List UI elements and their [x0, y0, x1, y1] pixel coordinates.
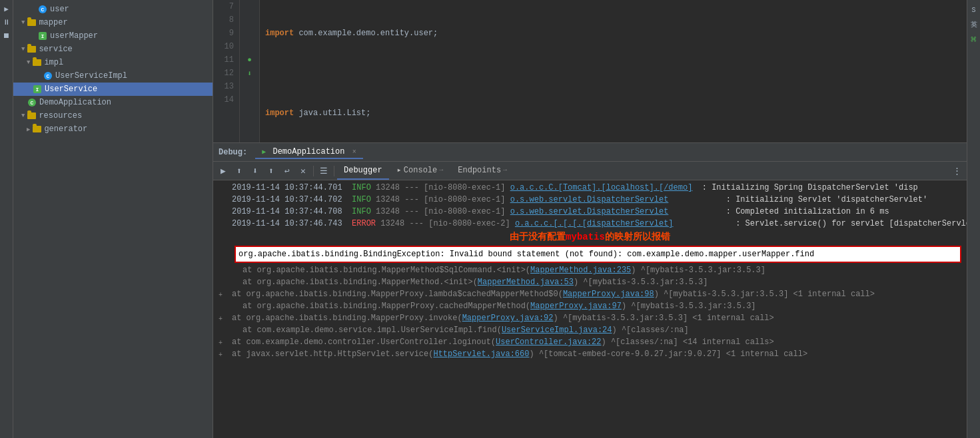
- tree-item-demoapplication[interactable]: C DemoApplication: [13, 96, 213, 109]
- step-over-up-btn[interactable]: ⬆: [232, 164, 246, 178]
- left-vertical-toolbar: ▶ ⏸ ⏹: [0, 0, 13, 438]
- folder-icon-generator: [31, 124, 42, 134]
- stack-line-6: at com.example.demo.service.impl.UserSer…: [213, 324, 967, 336]
- stack-link-8[interactable]: HttpServlet.java:660: [433, 348, 529, 360]
- tree-item-userservice[interactable]: I UserService: [13, 83, 213, 96]
- step-over-down-btn[interactable]: ⬇: [248, 164, 262, 178]
- left-tb-btn-2[interactable]: ⏸: [1, 16, 13, 28]
- code-line-9: import java.util.List;: [265, 107, 961, 120]
- gutter-area: ● ⬇: [240, 0, 260, 142]
- arrow-generator: ▶: [27, 126, 30, 133]
- tree-item-service[interactable]: ▼ service: [13, 43, 213, 56]
- toolbar-sep-1: [313, 166, 314, 176]
- run-icon-11: ●: [247, 56, 252, 64]
- stack-line-7: + at com.example.demo.controller.UserCon…: [213, 336, 967, 348]
- class-icon-user: C: [37, 4, 48, 15]
- interface-icon-userservice: I: [32, 84, 43, 95]
- step-out-btn[interactable]: ⬆: [264, 164, 278, 178]
- class-icon-userserviceimpl: C: [43, 71, 53, 81]
- code-line-8: [265, 67, 961, 80]
- error-box-container: org.apache.ibatis.binding.BindingExcepti…: [232, 246, 964, 263]
- arrow-impl: ▼: [27, 59, 30, 66]
- stack-link-7[interactable]: UserController.java:22: [496, 336, 601, 348]
- console-arrow: →: [439, 166, 443, 174]
- log-link-3[interactable]: o.s.web.servlet.DispatcherServlet: [510, 206, 669, 218]
- log-link-1[interactable]: o.a.c.c.C.[Tomcat].[localhost].[/demo]: [510, 182, 693, 194]
- right-edge-toolbar: S 英 ⌘: [967, 0, 980, 438]
- console-area[interactable]: 2019-11-14 10:37:44.701 INFO 13248 --- […: [213, 180, 967, 438]
- stack-line-1: at org.apache.ibatis.binding.MapperMetho…: [213, 264, 967, 276]
- folder-icon-mapper: [26, 17, 37, 28]
- debug-app-tab[interactable]: ▶ DemoApplication ×: [255, 146, 362, 159]
- class-icon-demoapplication: C: [27, 97, 37, 108]
- tab-console[interactable]: ▸ Console →: [390, 162, 450, 180]
- stack-link-1[interactable]: MapperMethod.java:235: [530, 264, 631, 276]
- stack-link-5[interactable]: MapperProxy.java:92: [462, 312, 554, 324]
- tree-item-impl[interactable]: ▼ impl: [13, 56, 213, 69]
- stack-line-5: + at org.apache.ibatis.binding.MapperPro…: [213, 312, 967, 324]
- toolbar-row: ▶ ⬆ ⬇ ⬆ ↩ ✕ ☰ Debugger ▸ Console → Endpo…: [213, 162, 967, 180]
- tab-close-btn[interactable]: ×: [352, 148, 356, 156]
- expand-btn-8[interactable]: +: [219, 349, 223, 361]
- right-btn-3[interactable]: ⌘: [967, 32, 981, 47]
- code-content[interactable]: import com.example.demo.entity.user; imp…: [260, 0, 967, 142]
- folder-icon-impl: [31, 57, 42, 68]
- debug-header: Debug: ▶ DemoApplication ×: [213, 143, 967, 162]
- stack-link-3[interactable]: MapperProxy.java:98: [563, 288, 654, 300]
- debug-title: Debug:: [219, 148, 247, 157]
- stack-line-2: at org.apache.ibatis.binding.MapperMetho…: [213, 276, 967, 288]
- code-line-7: import com.example.demo.entity.user;: [265, 27, 961, 40]
- arrow-service: ▼: [21, 46, 25, 53]
- main-area: 7 8 9 10 11 12 13 14 ● ⬇ import com.: [213, 0, 967, 438]
- annotation-line: 由于没有配置mybatis的映射所以报错: [213, 230, 967, 244]
- right-btn-2[interactable]: 英: [967, 17, 981, 32]
- editor-area: 7 8 9 10 11 12 13 14 ● ⬇ import com.: [213, 0, 967, 143]
- log-line-2: 2019-11-14 10:37:44.702 INFO 13248 --- […: [213, 194, 967, 206]
- error-highlight: org.apache.ibatis.binding.BindingExcepti…: [235, 246, 961, 263]
- line-numbers: 7 8 9 10 11 12 13 14: [213, 0, 240, 142]
- stop-btn[interactable]: ✕: [296, 164, 310, 178]
- tree-item-user[interactable]: C user: [13, 3, 213, 16]
- settings-btn[interactable]: ☰: [316, 164, 331, 178]
- project-tree: C user ▼ mapper I userMapper ▼: [13, 0, 213, 438]
- console-icon: ▸: [397, 165, 402, 175]
- app-run-icon: ▶: [262, 148, 266, 156]
- log-link-2[interactable]: o.s.web.servlet.DispatcherServlet: [510, 194, 669, 206]
- tree-item-userserviceimpl[interactable]: C UserServiceImpl: [13, 69, 213, 83]
- stack-link-2[interactable]: MapperMethod.java:53: [478, 276, 574, 288]
- tab-debugger[interactable]: Debugger: [337, 162, 389, 180]
- tree-item-resources[interactable]: ▼ resources: [13, 109, 213, 122]
- arrow-mapper: ▼: [21, 19, 25, 26]
- interface-icon-usermapper: I: [37, 31, 48, 41]
- log-link-4[interactable]: o.a.c.c.[.[.[.[dispatcherServlet]: [515, 218, 674, 230]
- stack-link-4[interactable]: MapperProxy.java:97: [530, 300, 622, 312]
- stack-line-3: + at org.apache.ibatis.binding.MapperPro…: [213, 288, 967, 300]
- stack-link-6[interactable]: UserServiceImpl.java:24: [502, 324, 612, 336]
- resume-btn[interactable]: ▶: [216, 164, 231, 178]
- folder-icon-service: [26, 44, 37, 55]
- tree-item-mapper[interactable]: ▼ mapper: [13, 16, 213, 29]
- arrow-resources: ▼: [21, 112, 25, 119]
- tab-endpoints[interactable]: Endpoints →: [451, 162, 514, 180]
- log-line-4: 2019-11-14 10:37:46.743 ERROR 13248 --- …: [213, 218, 967, 230]
- log-line-1: 2019-11-14 10:37:44.701 INFO 13248 --- […: [213, 182, 967, 194]
- more-btn[interactable]: ⋮: [949, 164, 964, 178]
- tree-item-usermapper[interactable]: I userMapper: [13, 29, 213, 43]
- left-tb-btn-1[interactable]: ▶: [1, 3, 13, 15]
- tree-item-generator[interactable]: ▶ generator: [13, 122, 213, 136]
- log-line-3: 2019-11-14 10:37:44.708 INFO 13248 --- […: [213, 206, 967, 218]
- stack-line-8: + at javax.servlet.http.HttpServlet.serv…: [213, 348, 967, 360]
- step-back-btn[interactable]: ↩: [280, 164, 294, 178]
- run-icon-12: ⬇: [247, 69, 252, 78]
- right-btn-1[interactable]: S: [967, 3, 981, 17]
- toolbar-sep-2: [334, 166, 334, 176]
- endpoints-arrow: →: [503, 166, 507, 174]
- project-sidebar: C user ▼ mapper I userMapper ▼: [13, 0, 213, 438]
- stack-line-4: at org.apache.ibatis.binding.MapperProxy…: [213, 300, 967, 312]
- left-tb-btn-3[interactable]: ⏹: [1, 29, 13, 41]
- folder-icon-resources: [26, 110, 37, 121]
